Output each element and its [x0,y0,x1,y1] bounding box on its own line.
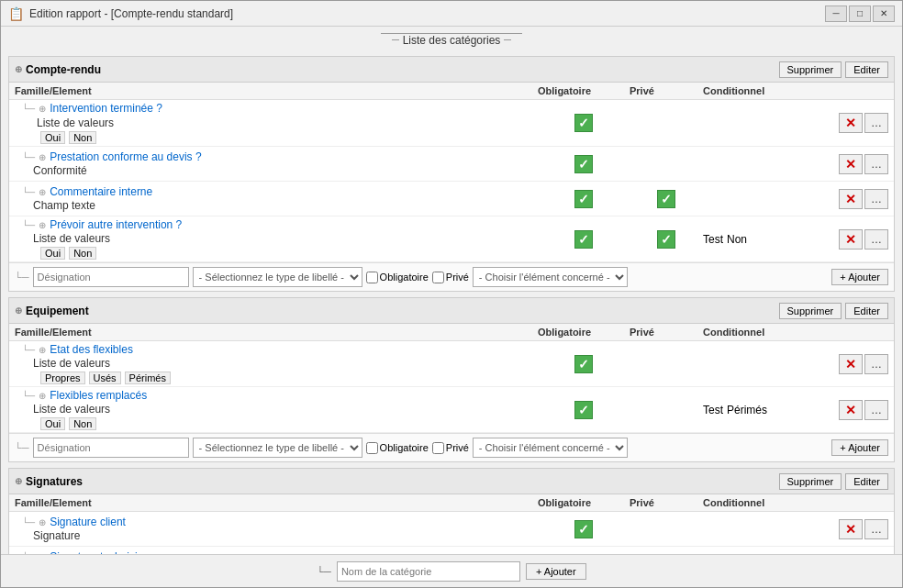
value-btn-non[interactable]: Non [69,131,96,144]
section-move-icon[interactable]: ⊕ [15,476,22,486]
obligatoire-label-text: Obligatoire [380,272,429,283]
prive-label: Privé [432,442,469,454]
conditionnel-text: Test [703,233,723,246]
delete-button[interactable]: ✕ [839,113,863,133]
add-category-button[interactable]: + Ajouter [526,563,586,580]
element-select[interactable]: - Choisir l'élément concerné - [473,438,628,458]
add-button[interactable]: + Ajouter [831,269,888,285]
value-btn-propres[interactable]: Propres [40,372,85,384]
more-button[interactable]: … [864,400,888,420]
delete-button[interactable]: ✕ [839,400,863,420]
section-equipement: ⊕ Equipement Supprimer Editer Famille/El… [8,297,895,462]
section-header-btns: Supprimer Editer [779,473,889,490]
col-conditionnel-header: Conditionnel [703,497,888,508]
value-btn-perimes[interactable]: Périmés [125,372,171,384]
edit-button[interactable]: Editer [845,61,888,78]
cell-name: └─ ⊕ Intervention terminée ? [15,102,538,115]
add-row: └─ - Sélectionnez le type de libellé - O… [9,433,894,461]
more-button[interactable]: … [864,154,888,174]
drag-icon[interactable]: ⊕ [39,220,46,230]
category-input[interactable] [337,561,520,582]
value-btn-non[interactable]: Non [69,417,96,430]
add-row-prefix: └─ [15,272,29,283]
value-btn-oui[interactable]: Oui [40,247,65,260]
element-select[interactable]: - Choisir l'élément concerné - [473,267,628,287]
more-button[interactable]: … [864,519,888,539]
suppress-button[interactable]: Supprimer [779,303,842,319]
col-prive-header: Privé [630,85,703,96]
table-row: └─ ⊕ Signature client Signature ✓ ✕ … [9,512,894,547]
close-button[interactable]: ✕ [873,6,895,22]
type-label: Liste de valeurs [37,116,114,129]
designation-input[interactable] [33,267,189,287]
value-buttons: Oui Non [18,417,538,430]
value-btn-oui[interactable]: Oui [40,417,65,430]
item-link[interactable]: Intervention terminée ? [50,102,162,115]
indent-icon: └─ [22,220,35,230]
type-label: Champ texte [33,199,538,212]
drag-icon[interactable]: ⊕ [39,187,46,197]
minimize-button[interactable]: ─ [825,6,847,22]
more-button[interactable]: … [864,113,888,133]
item-link[interactable]: Commentaire interne [50,185,152,198]
value-btn-oui[interactable]: Oui [40,131,65,144]
obligatoire-checkbox[interactable] [366,272,378,283]
type-select[interactable]: - Sélectionnez le type de libellé - [193,267,362,287]
delete-button[interactable]: ✕ [839,189,863,209]
add-button[interactable]: + Ajouter [831,439,888,456]
type-label: Liste de valeurs [33,403,538,416]
table-row: └─ ⊕ Signature technicien Signature ✓ ✕ … [9,547,894,554]
more-button[interactable]: … [864,189,888,209]
section-move-icon[interactable]: ⊕ [15,305,22,316]
section-header-signatures: ⊕ Signatures Supprimer Editer [9,469,894,494]
conditionnel-value: Périmés [727,404,767,416]
col-famille-header: Famille/Element [15,327,538,338]
delete-button[interactable]: ✕ [839,354,863,374]
section-header-btns: Supprimer Editer [779,61,889,78]
row-actions: ✕ … [833,400,888,420]
col-prive: ✓ [630,230,703,249]
item-link[interactable]: Signature client [50,516,126,528]
obligatoire-checkbox[interactable] [366,442,378,454]
row-family: └─ ⊕ Intervention terminée ? Liste de va… [15,102,538,144]
section-signatures: ⊕ Signatures Supprimer Editer Famille/El… [8,468,895,554]
delete-button[interactable]: ✕ [839,519,863,539]
prive-checkbox[interactable] [432,442,444,454]
section-title: Signatures [26,475,83,488]
item-link[interactable]: Etat des flexibles [50,343,133,356]
delete-button[interactable]: ✕ [839,229,863,250]
type-select[interactable]: - Sélectionnez le type de libellé - [193,438,362,458]
drag-icon[interactable]: ⊕ [39,517,46,527]
cell-name: └─ ⊕ Prévoir autre intervention ? [15,218,538,231]
value-btn-non[interactable]: Non [69,247,96,260]
drag-icon[interactable]: ⊕ [39,391,46,401]
more-button[interactable]: … [864,229,888,250]
indent-icon: └─ [22,152,35,162]
col-prive-header: Privé [630,497,703,508]
prive-label-text: Privé [446,442,469,453]
prive-checkbox[interactable] [432,272,444,283]
suppress-button[interactable]: Supprimer [779,473,842,490]
cell-name: └─ ⊕ Signature client [15,516,538,528]
item-link[interactable]: Flexibles remplacés [50,389,147,402]
suppress-button[interactable]: Supprimer [779,61,842,78]
delete-button[interactable]: ✕ [839,154,863,174]
edit-button[interactable]: Editer [845,473,888,490]
section-header-btns: Supprimer Editer [779,303,889,319]
header-text: Liste des catégories [403,34,501,47]
drag-icon[interactable]: ⊕ [39,345,46,355]
obligatoire-label: Obligatoire [366,272,429,283]
obligatoire-check: ✓ [574,114,593,132]
value-btn-uses[interactable]: Usés [89,372,121,384]
maximize-button[interactable]: □ [849,6,871,22]
drag-icon[interactable]: ⊕ [39,104,46,114]
more-button[interactable]: … [864,354,888,374]
drag-icon[interactable]: ⊕ [39,152,46,162]
item-link[interactable]: Prévoir autre intervention ? [50,218,182,231]
edit-button[interactable]: Editer [845,303,888,319]
item-link[interactable]: Prestation conforme au devis ? [50,150,201,163]
section-move-icon[interactable]: ⊕ [15,64,22,74]
section-title: Equipement [26,305,89,317]
obligatoire-check: ✓ [574,190,593,208]
designation-input[interactable] [33,438,189,458]
